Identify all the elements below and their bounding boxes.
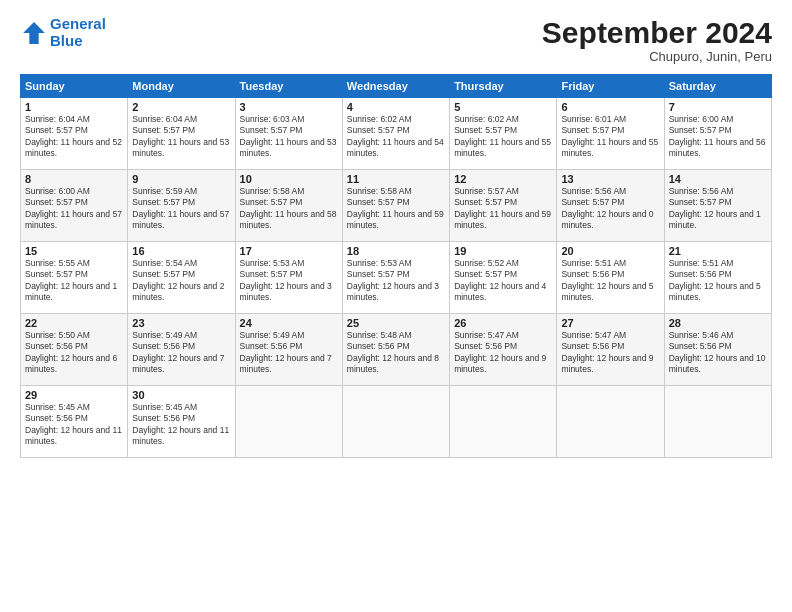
day-info: Sunrise: 5:53 AM Sunset: 5:57 PM Dayligh…: [240, 258, 338, 304]
logo-icon: [20, 19, 48, 47]
calendar-cell: 3Sunrise: 6:03 AM Sunset: 5:57 PM Daylig…: [235, 98, 342, 170]
week-row-1: 1Sunrise: 6:04 AM Sunset: 5:57 PM Daylig…: [21, 98, 772, 170]
calendar-cell: 28Sunrise: 5:46 AM Sunset: 5:56 PM Dayli…: [664, 314, 771, 386]
day-number: 16: [132, 245, 230, 257]
day-number: 30: [132, 389, 230, 401]
day-number: 22: [25, 317, 123, 329]
day-number: 7: [669, 101, 767, 113]
calendar-cell: 7Sunrise: 6:00 AM Sunset: 5:57 PM Daylig…: [664, 98, 771, 170]
calendar-cell: 18Sunrise: 5:53 AM Sunset: 5:57 PM Dayli…: [342, 242, 449, 314]
logo-text: General Blue: [50, 16, 106, 49]
day-info: Sunrise: 6:04 AM Sunset: 5:57 PM Dayligh…: [132, 114, 230, 160]
day-number: 19: [454, 245, 552, 257]
day-info: Sunrise: 5:55 AM Sunset: 5:57 PM Dayligh…: [25, 258, 123, 304]
day-info: Sunrise: 5:58 AM Sunset: 5:57 PM Dayligh…: [240, 186, 338, 232]
day-number: 25: [347, 317, 445, 329]
col-header-thursday: Thursday: [450, 75, 557, 98]
day-number: 27: [561, 317, 659, 329]
day-number: 20: [561, 245, 659, 257]
calendar-cell: 8Sunrise: 6:00 AM Sunset: 5:57 PM Daylig…: [21, 170, 128, 242]
calendar-cell: 1Sunrise: 6:04 AM Sunset: 5:57 PM Daylig…: [21, 98, 128, 170]
logo: General Blue: [20, 16, 106, 49]
day-number: 5: [454, 101, 552, 113]
day-info: Sunrise: 5:56 AM Sunset: 5:57 PM Dayligh…: [669, 186, 767, 232]
logo-general: General: [50, 15, 106, 32]
day-info: Sunrise: 5:51 AM Sunset: 5:56 PM Dayligh…: [561, 258, 659, 304]
calendar-cell: 9Sunrise: 5:59 AM Sunset: 5:57 PM Daylig…: [128, 170, 235, 242]
calendar-cell: 27Sunrise: 5:47 AM Sunset: 5:56 PM Dayli…: [557, 314, 664, 386]
day-number: 26: [454, 317, 552, 329]
day-info: Sunrise: 5:54 AM Sunset: 5:57 PM Dayligh…: [132, 258, 230, 304]
calendar-cell: 30Sunrise: 5:45 AM Sunset: 5:56 PM Dayli…: [128, 386, 235, 458]
calendar-cell: 4Sunrise: 6:02 AM Sunset: 5:57 PM Daylig…: [342, 98, 449, 170]
day-info: Sunrise: 5:45 AM Sunset: 5:56 PM Dayligh…: [25, 402, 123, 448]
day-info: Sunrise: 5:47 AM Sunset: 5:56 PM Dayligh…: [454, 330, 552, 376]
calendar-cell: 17Sunrise: 5:53 AM Sunset: 5:57 PM Dayli…: [235, 242, 342, 314]
week-row-2: 8Sunrise: 6:00 AM Sunset: 5:57 PM Daylig…: [21, 170, 772, 242]
day-number: 10: [240, 173, 338, 185]
calendar-cell: 12Sunrise: 5:57 AM Sunset: 5:57 PM Dayli…: [450, 170, 557, 242]
day-number: 9: [132, 173, 230, 185]
day-info: Sunrise: 5:52 AM Sunset: 5:57 PM Dayligh…: [454, 258, 552, 304]
col-header-sunday: Sunday: [21, 75, 128, 98]
day-info: Sunrise: 6:02 AM Sunset: 5:57 PM Dayligh…: [454, 114, 552, 160]
day-number: 24: [240, 317, 338, 329]
day-info: Sunrise: 6:00 AM Sunset: 5:57 PM Dayligh…: [25, 186, 123, 232]
col-header-friday: Friday: [557, 75, 664, 98]
day-number: 1: [25, 101, 123, 113]
week-row-5: 29Sunrise: 5:45 AM Sunset: 5:56 PM Dayli…: [21, 386, 772, 458]
day-info: Sunrise: 5:53 AM Sunset: 5:57 PM Dayligh…: [347, 258, 445, 304]
day-info: Sunrise: 6:01 AM Sunset: 5:57 PM Dayligh…: [561, 114, 659, 160]
day-number: 11: [347, 173, 445, 185]
day-number: 17: [240, 245, 338, 257]
day-info: Sunrise: 5:46 AM Sunset: 5:56 PM Dayligh…: [669, 330, 767, 376]
calendar-cell: [235, 386, 342, 458]
day-number: 4: [347, 101, 445, 113]
calendar-cell: 6Sunrise: 6:01 AM Sunset: 5:57 PM Daylig…: [557, 98, 664, 170]
calendar-cell: [557, 386, 664, 458]
day-info: Sunrise: 5:51 AM Sunset: 5:56 PM Dayligh…: [669, 258, 767, 304]
col-header-tuesday: Tuesday: [235, 75, 342, 98]
calendar-cell: 15Sunrise: 5:55 AM Sunset: 5:57 PM Dayli…: [21, 242, 128, 314]
calendar-cell: [664, 386, 771, 458]
header: General Blue September 2024 Chupuro, Jun…: [20, 16, 772, 64]
calendar-table: SundayMondayTuesdayWednesdayThursdayFrid…: [20, 74, 772, 458]
page: General Blue September 2024 Chupuro, Jun…: [0, 0, 792, 612]
day-info: Sunrise: 6:02 AM Sunset: 5:57 PM Dayligh…: [347, 114, 445, 160]
calendar-cell: 22Sunrise: 5:50 AM Sunset: 5:56 PM Dayli…: [21, 314, 128, 386]
day-info: Sunrise: 5:59 AM Sunset: 5:57 PM Dayligh…: [132, 186, 230, 232]
day-number: 2: [132, 101, 230, 113]
calendar-cell: 2Sunrise: 6:04 AM Sunset: 5:57 PM Daylig…: [128, 98, 235, 170]
logo-blue: Blue: [50, 33, 106, 50]
day-number: 28: [669, 317, 767, 329]
day-info: Sunrise: 6:00 AM Sunset: 5:57 PM Dayligh…: [669, 114, 767, 160]
day-number: 3: [240, 101, 338, 113]
calendar-cell: 11Sunrise: 5:58 AM Sunset: 5:57 PM Dayli…: [342, 170, 449, 242]
day-info: Sunrise: 5:47 AM Sunset: 5:56 PM Dayligh…: [561, 330, 659, 376]
day-info: Sunrise: 5:45 AM Sunset: 5:56 PM Dayligh…: [132, 402, 230, 448]
calendar-cell: 24Sunrise: 5:49 AM Sunset: 5:56 PM Dayli…: [235, 314, 342, 386]
day-info: Sunrise: 5:48 AM Sunset: 5:56 PM Dayligh…: [347, 330, 445, 376]
header-row: SundayMondayTuesdayWednesdayThursdayFrid…: [21, 75, 772, 98]
day-number: 23: [132, 317, 230, 329]
col-header-wednesday: Wednesday: [342, 75, 449, 98]
calendar-cell: 29Sunrise: 5:45 AM Sunset: 5:56 PM Dayli…: [21, 386, 128, 458]
calendar-cell: 14Sunrise: 5:56 AM Sunset: 5:57 PM Dayli…: [664, 170, 771, 242]
col-header-monday: Monday: [128, 75, 235, 98]
calendar-cell: 16Sunrise: 5:54 AM Sunset: 5:57 PM Dayli…: [128, 242, 235, 314]
day-number: 8: [25, 173, 123, 185]
calendar-cell: 25Sunrise: 5:48 AM Sunset: 5:56 PM Dayli…: [342, 314, 449, 386]
day-number: 13: [561, 173, 659, 185]
svg-marker-0: [23, 22, 45, 44]
day-number: 6: [561, 101, 659, 113]
day-number: 21: [669, 245, 767, 257]
calendar-cell: [450, 386, 557, 458]
day-number: 12: [454, 173, 552, 185]
calendar-cell: 13Sunrise: 5:56 AM Sunset: 5:57 PM Dayli…: [557, 170, 664, 242]
day-info: Sunrise: 5:56 AM Sunset: 5:57 PM Dayligh…: [561, 186, 659, 232]
day-info: Sunrise: 5:50 AM Sunset: 5:56 PM Dayligh…: [25, 330, 123, 376]
day-info: Sunrise: 5:58 AM Sunset: 5:57 PM Dayligh…: [347, 186, 445, 232]
week-row-4: 22Sunrise: 5:50 AM Sunset: 5:56 PM Dayli…: [21, 314, 772, 386]
day-info: Sunrise: 5:49 AM Sunset: 5:56 PM Dayligh…: [132, 330, 230, 376]
day-number: 15: [25, 245, 123, 257]
